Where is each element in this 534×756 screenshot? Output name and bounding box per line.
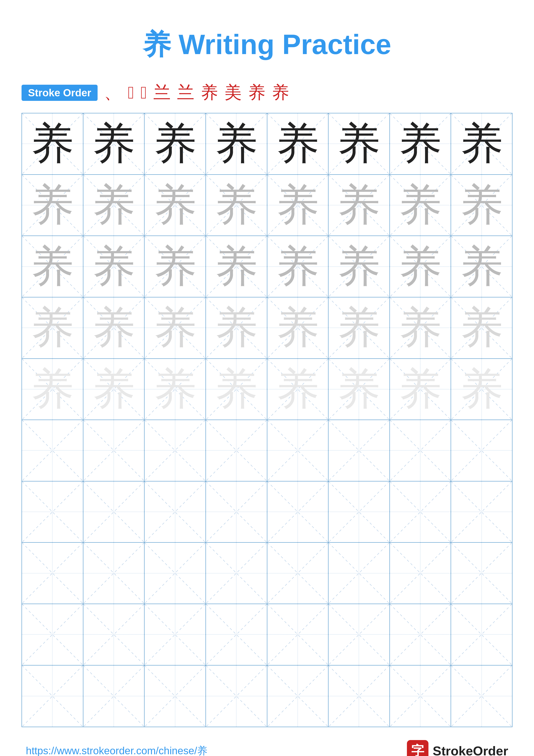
grid-cell[interactable] (206, 420, 267, 481)
practice-char: 养 (451, 359, 512, 420)
practice-char: 养 (206, 297, 267, 358)
grid-cell[interactable]: 养 (267, 359, 329, 420)
page-title: 养 Writing Practice (143, 29, 391, 60)
grid-cell[interactable]: 养 (22, 297, 83, 359)
grid-cell[interactable] (328, 481, 390, 543)
grid-cell[interactable]: 养 (451, 113, 512, 175)
grid-cell[interactable]: 养 (144, 236, 206, 297)
grid-row: 养养养养养养养养 (22, 113, 512, 175)
grid-cell[interactable] (267, 665, 329, 727)
stroke-order-chars: 、 𠃋 𠃌 兰 兰 养 美 养 养 (104, 81, 289, 104)
grid-cell[interactable] (267, 604, 329, 665)
grid-cell[interactable]: 养 (267, 113, 329, 175)
grid-cell[interactable]: 养 (22, 236, 83, 297)
grid-cell[interactable]: 养 (83, 359, 145, 420)
grid-cell[interactable]: 养 (83, 297, 145, 359)
grid-cell[interactable] (267, 543, 329, 604)
grid-cell[interactable]: 养 (267, 297, 329, 359)
grid-cell[interactable]: 养 (390, 297, 451, 359)
grid-cell[interactable] (328, 543, 390, 604)
grid-cell[interactable] (144, 665, 206, 727)
grid-cell[interactable]: 养 (206, 297, 267, 359)
grid-cell[interactable] (390, 420, 451, 481)
grid-cell[interactable] (144, 481, 206, 543)
grid-cell[interactable]: 养 (328, 236, 390, 297)
grid-cell[interactable]: 养 (328, 175, 390, 236)
grid-cell[interactable]: 养 (144, 175, 206, 236)
grid-cell[interactable] (328, 665, 390, 727)
grid-cell[interactable] (451, 420, 512, 481)
grid-cell[interactable] (83, 481, 145, 543)
grid-cell[interactable] (267, 481, 329, 543)
grid-cell[interactable]: 养 (144, 359, 206, 420)
grid-cell[interactable] (144, 543, 206, 604)
grid-cell[interactable] (390, 543, 451, 604)
grid-cell[interactable]: 养 (451, 175, 512, 236)
grid-cell[interactable] (206, 481, 267, 543)
practice-char: 养 (22, 297, 83, 358)
grid-cell[interactable] (390, 604, 451, 665)
grid-cell[interactable]: 养 (206, 359, 267, 420)
grid-cell[interactable] (390, 481, 451, 543)
grid-cell[interactable]: 养 (451, 359, 512, 420)
grid-cell[interactable] (144, 420, 206, 481)
grid-cell[interactable]: 养 (206, 236, 267, 297)
grid-row (22, 604, 512, 665)
grid-cell[interactable]: 养 (206, 113, 267, 175)
grid-cell[interactable] (328, 420, 390, 481)
practice-char: 养 (451, 297, 512, 358)
grid-cell[interactable]: 养 (22, 113, 83, 175)
practice-char: 养 (451, 113, 512, 174)
grid-cell[interactable] (451, 481, 512, 543)
grid-cell[interactable] (22, 543, 83, 604)
grid-cell[interactable]: 养 (451, 297, 512, 359)
stroke-char-2: 𠃋 (128, 83, 134, 103)
grid-cell[interactable] (267, 420, 329, 481)
grid-cell[interactable] (206, 604, 267, 665)
grid-cell[interactable] (451, 543, 512, 604)
grid-cell[interactable] (22, 665, 83, 727)
grid-cell[interactable]: 养 (390, 359, 451, 420)
practice-char: 养 (22, 236, 83, 297)
writing-grid: 养养养养养养养养养养养养养养养养养养养养养养养养养养养养养养养养养养养养养养养养 (21, 113, 513, 727)
grid-cell[interactable] (206, 665, 267, 727)
grid-cell[interactable]: 养 (206, 175, 267, 236)
grid-cell[interactable] (83, 665, 145, 727)
practice-char: 养 (267, 236, 328, 297)
grid-cell[interactable]: 养 (144, 113, 206, 175)
grid-cell[interactable] (144, 604, 206, 665)
practice-char: 养 (267, 297, 328, 358)
title-area: 养 Writing Practice (143, 26, 391, 64)
grid-cell[interactable] (83, 604, 145, 665)
grid-cell[interactable]: 养 (22, 359, 83, 420)
grid-cell[interactable]: 养 (267, 236, 329, 297)
grid-cell[interactable]: 养 (22, 175, 83, 236)
practice-char: 养 (328, 175, 390, 236)
grid-cell[interactable] (22, 420, 83, 481)
grid-cell[interactable]: 养 (390, 175, 451, 236)
stroke-order-row: Stroke Order 、 𠃋 𠃌 兰 兰 养 美 养 养 (21, 81, 513, 104)
grid-cell[interactable] (206, 543, 267, 604)
grid-cell[interactable]: 养 (390, 236, 451, 297)
grid-cell[interactable]: 养 (328, 359, 390, 420)
practice-char: 养 (328, 297, 390, 358)
grid-cell[interactable] (390, 665, 451, 727)
grid-cell[interactable] (22, 481, 83, 543)
grid-cell[interactable]: 养 (83, 113, 145, 175)
footer-url[interactable]: https://www.strokeorder.com/chinese/养 (26, 744, 207, 756)
grid-cell[interactable]: 养 (328, 113, 390, 175)
practice-char: 养 (390, 113, 451, 174)
grid-cell[interactable] (451, 665, 512, 727)
grid-cell[interactable]: 养 (83, 236, 145, 297)
grid-cell[interactable] (83, 543, 145, 604)
grid-cell[interactable] (451, 604, 512, 665)
grid-cell[interactable]: 养 (451, 236, 512, 297)
grid-cell[interactable] (328, 604, 390, 665)
grid-cell[interactable]: 养 (267, 175, 329, 236)
grid-cell[interactable] (83, 420, 145, 481)
grid-cell[interactable] (22, 604, 83, 665)
grid-cell[interactable]: 养 (390, 113, 451, 175)
grid-cell[interactable]: 养 (328, 297, 390, 359)
grid-cell[interactable]: 养 (144, 297, 206, 359)
grid-cell[interactable]: 养 (83, 175, 145, 236)
